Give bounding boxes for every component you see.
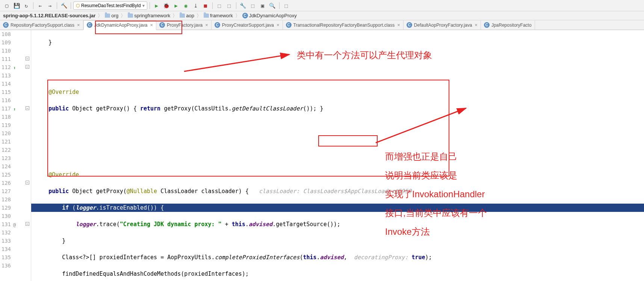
- override-up-icon[interactable]: ⬆: [13, 105, 16, 113]
- tab-file[interactable]: CJpaRepositoryFacto: [481, 20, 535, 30]
- code-editor[interactable]: 1081091101111121131141151161171181191201…: [0, 30, 644, 281]
- run-icon[interactable]: ▶: [152, 1, 161, 10]
- run-config-label: ResumeDaoTest.testFindById: [81, 3, 141, 8]
- tab-file[interactable]: CRepositoryFactorySupport.class×: [0, 20, 83, 30]
- breadcrumb-pkg[interactable]: framework: [204, 13, 233, 18]
- gutter-fold: − − − − −: [24, 30, 31, 281]
- override-up-icon[interactable]: ⬆: [13, 64, 16, 72]
- structure-icon[interactable]: ⬚: [282, 1, 291, 10]
- breadcrumb-pkg[interactable]: aop: [180, 13, 194, 18]
- tab-file[interactable]: CProxyFactory.java×: [156, 20, 212, 30]
- editor-tabs: CRepositoryFactorySupport.class× CJdkDyn…: [0, 20, 644, 30]
- tab-file[interactable]: CJdkDynamicAopProxy.java×: [83, 20, 156, 30]
- tab-file[interactable]: CTransactionalRepositoryFactoryBeanSuppo…: [283, 20, 404, 30]
- debug-icon[interactable]: 🐞: [162, 1, 171, 10]
- close-icon[interactable]: ×: [475, 22, 478, 28]
- at-icon[interactable]: @: [13, 221, 16, 229]
- tool-icon[interactable]: ▣: [258, 1, 267, 10]
- attach-icon[interactable]: ⤓: [191, 1, 200, 10]
- wrench-icon[interactable]: 🔧: [239, 1, 248, 10]
- breadcrumb-pkg[interactable]: org: [105, 13, 118, 18]
- back-icon[interactable]: ←: [36, 1, 45, 10]
- tool-icon[interactable]: ⬚: [215, 1, 224, 10]
- fold-icon[interactable]: −: [26, 106, 29, 110]
- tool-icon[interactable]: ⬚: [248, 1, 257, 10]
- breadcrumb-jar[interactable]: spring-aop-5.1.12.RELEASE-sources.jar: [3, 13, 95, 18]
- run-config-dropdown[interactable]: ⬡ ResumeDaoTest.testFindById ▾: [73, 2, 147, 10]
- fold-icon[interactable]: −: [26, 65, 29, 69]
- close-icon[interactable]: ×: [277, 22, 280, 28]
- close-icon[interactable]: ×: [77, 22, 80, 28]
- tab-file[interactable]: CProxyCreatorSupport.java×: [212, 20, 283, 30]
- fold-icon[interactable]: −: [26, 181, 29, 184]
- tab-file[interactable]: CDefaultAopProxyFactory.java×: [404, 20, 481, 30]
- close-icon[interactable]: ×: [205, 22, 208, 28]
- refresh-icon[interactable]: ↻: [22, 1, 31, 10]
- profile-icon[interactable]: ◉: [181, 1, 190, 10]
- code-area[interactable]: } @Override public Object getProxy() { r…: [31, 30, 644, 281]
- stop-icon[interactable]: ■: [201, 1, 210, 10]
- forward-icon[interactable]: →: [45, 1, 54, 10]
- close-icon[interactable]: ×: [150, 22, 153, 28]
- toolbar: ▢ 💾 ↻ ← → 🔨 ⬡ ResumeDaoTest.testFindById…: [0, 0, 644, 11]
- line-numbers: 1081091101111121131141151161171181191201…: [0, 30, 13, 281]
- fold-icon[interactable]: −: [26, 57, 29, 60]
- coverage-icon[interactable]: ▶: [172, 1, 181, 10]
- breadcrumb-pkg[interactable]: springframework: [128, 13, 170, 18]
- search-icon[interactable]: 🔍: [268, 1, 277, 10]
- save-icon[interactable]: 💾: [12, 1, 21, 10]
- gutter-marks: ⬆ ⬆ @: [13, 30, 24, 281]
- open-icon[interactable]: ▢: [2, 1, 11, 10]
- build-icon[interactable]: 🔨: [59, 1, 68, 10]
- tool-icon[interactable]: ⬚: [225, 1, 234, 10]
- fold-icon[interactable]: −: [26, 222, 29, 226]
- breadcrumb-class[interactable]: CJdkDynamicAopProxy: [242, 13, 297, 18]
- breadcrumb: spring-aop-5.1.12.RELEASE-sources.jar 〉 …: [0, 11, 644, 20]
- close-icon[interactable]: ×: [397, 22, 400, 28]
